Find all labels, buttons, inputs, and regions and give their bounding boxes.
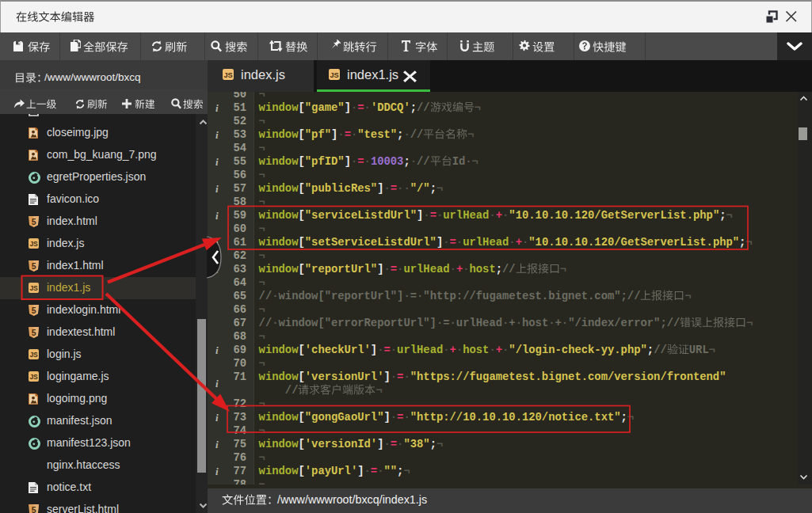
svg-text:JS: JS [29, 373, 38, 381]
svg-text:5: 5 [32, 505, 36, 513]
svg-text:JS: JS [224, 71, 233, 79]
svg-text:5: 5 [32, 261, 36, 271]
svg-text:JS: JS [29, 240, 38, 248]
svg-text:5: 5 [32, 306, 36, 315]
svg-text:5: 5 [32, 328, 36, 337]
svg-text:5: 5 [32, 217, 36, 226]
svg-text:JS: JS [29, 284, 38, 292]
svg-text:JS: JS [330, 71, 339, 79]
svg-text:JS: JS [29, 351, 38, 359]
